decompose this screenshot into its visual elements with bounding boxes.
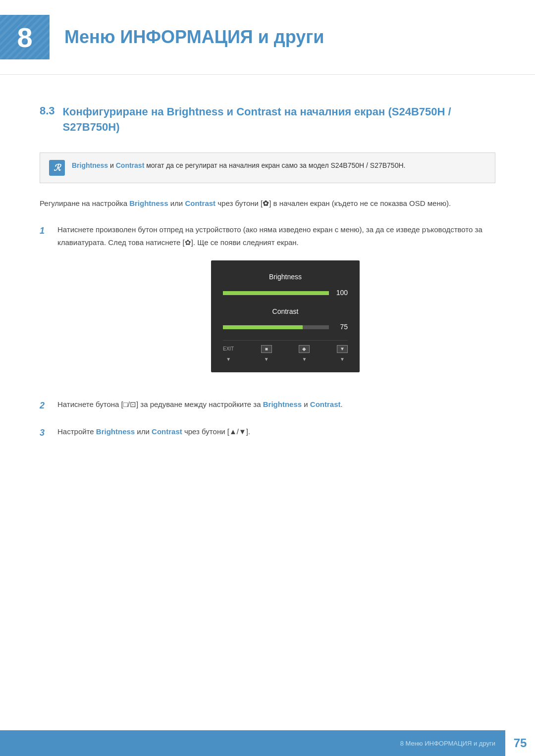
list-contrast-3: Contrast — [152, 427, 182, 436]
list-text-2b: ] за редуване между настройките за — [136, 400, 263, 408]
osd-contrast-fill — [223, 325, 303, 329]
osd-brightness-row: 100 — [223, 287, 348, 299]
list-item-2: 2 Натиснете бутона [□/⊡] за редуване меж… — [40, 398, 495, 413]
chapter-number-block: 8 — [0, 15, 50, 59]
page-footer: 8 Меню ИНФОРМАЦИЯ и други 75 — [0, 730, 535, 756]
osd-contrast-label: Contrast — [223, 306, 348, 318]
osd-contrast-track — [223, 325, 329, 329]
list-contrast-2: Contrast — [310, 400, 341, 408]
list-item-1: 1 Натиснете произволен бутон отпред на у… — [40, 223, 495, 386]
body-contrast: Contrast — [185, 199, 215, 207]
list-content-1: Натиснете произволен бутон отпред на уст… — [57, 223, 495, 386]
osd-brightness-value: 100 — [334, 287, 348, 299]
osd-brightness-track — [223, 291, 329, 295]
list-item-3: 3 Настройте Brightness или Contrast чрез… — [40, 425, 495, 441]
osd-control-exit: EXIT ▼ — [223, 345, 234, 363]
list-content-3: Настройте Brightness или Contrast чрез б… — [57, 425, 495, 438]
note-brightness: Brightness — [72, 161, 108, 169]
osd-control-plus: ◆ ▼ — [299, 345, 310, 363]
list-content-2: Натиснете бутона [□/⊡] за редуване между… — [57, 398, 495, 411]
osd-down-arrow: ▼ — [340, 355, 345, 363]
list-text-3b: чрез бутони [▲/▼]. — [182, 427, 250, 436]
osd-brightness-fill — [223, 291, 329, 295]
list-number-3: 3 — [40, 425, 50, 441]
footer-text: 8 Меню ИНФОРМАЦИЯ и други — [400, 740, 505, 747]
body-brightness: Brightness — [129, 199, 168, 207]
osd-brightness-label: Brightness — [223, 271, 348, 283]
osd-contrast-row: 75 — [223, 321, 348, 333]
list-brightness-2: Brightness — [263, 400, 302, 408]
osd-exit-label: EXIT — [223, 345, 234, 353]
osd-contrast-value: 75 — [334, 321, 348, 333]
note-contrast: Contrast — [116, 161, 145, 169]
list-connector-3: или — [135, 427, 152, 436]
osd-plus-arrow: ▼ — [302, 355, 307, 363]
list-text-2a: Натиснете бутона [ — [57, 400, 123, 408]
osd-controls: EXIT ▼ ■ ▼ ◆ ▼ — [223, 340, 348, 363]
osd-screen: Brightness 100 Contrast — [211, 260, 360, 372]
osd-minus-btn: ■ — [261, 345, 272, 353]
content-area: 8.3 Конфигуриране на Brightness и Contra… — [0, 95, 535, 492]
osd-minus-arrow: ▼ — [264, 355, 269, 363]
note-icon: ℛ — [49, 160, 65, 176]
footer-page-number: 75 — [505, 730, 535, 756]
list-connector-2: и — [302, 400, 310, 408]
osd-control-down: ▼ ▼ — [337, 345, 348, 363]
section-title: Конфигуриране на Brightness и Contrast н… — [63, 104, 495, 135]
chapter-number: 8 — [17, 21, 32, 53]
osd-down-btn: ▼ — [337, 345, 348, 353]
section-number: 8.3 — [40, 104, 55, 117]
list-text-2c: . — [341, 400, 343, 408]
list-brightness-3: Brightness — [96, 427, 135, 436]
osd-exit-arrow: ▼ — [226, 355, 231, 363]
body-paragraph: Регулиране на настройка Brightness или C… — [40, 197, 495, 210]
note-icon-glyph: ℛ — [54, 162, 60, 173]
note-rest: могат да се регулират на началния екран … — [144, 161, 405, 169]
chapter-title: Меню ИНФОРМАЦИЯ и други — [64, 26, 324, 48]
osd-control-minus: ■ ▼ — [261, 345, 272, 363]
osd-plus-btn: ◆ — [299, 345, 310, 353]
list-text-1: Натиснете произволен бутон отпред на уст… — [57, 225, 482, 247]
list-text-3a: Настройте — [57, 427, 96, 436]
section-heading: 8.3 Конфигуриране на Brightness и Contra… — [40, 104, 495, 135]
page-header: 8 Меню ИНФОРМАЦИЯ и други — [0, 0, 535, 75]
list-number-1: 1 — [40, 223, 50, 239]
osd-screen-container: Brightness 100 Contrast — [75, 260, 495, 372]
note-text: Brightness и Contrast могат да се регули… — [72, 160, 405, 171]
list-btn-symbol: □/⊡ — [123, 400, 136, 408]
note-connector1: и — [108, 161, 116, 169]
list-number-2: 2 — [40, 398, 50, 413]
note-box: ℛ Brightness и Contrast могат да се регу… — [40, 152, 495, 183]
numbered-list: 1 Натиснете произволен бутон отпред на у… — [40, 223, 495, 440]
